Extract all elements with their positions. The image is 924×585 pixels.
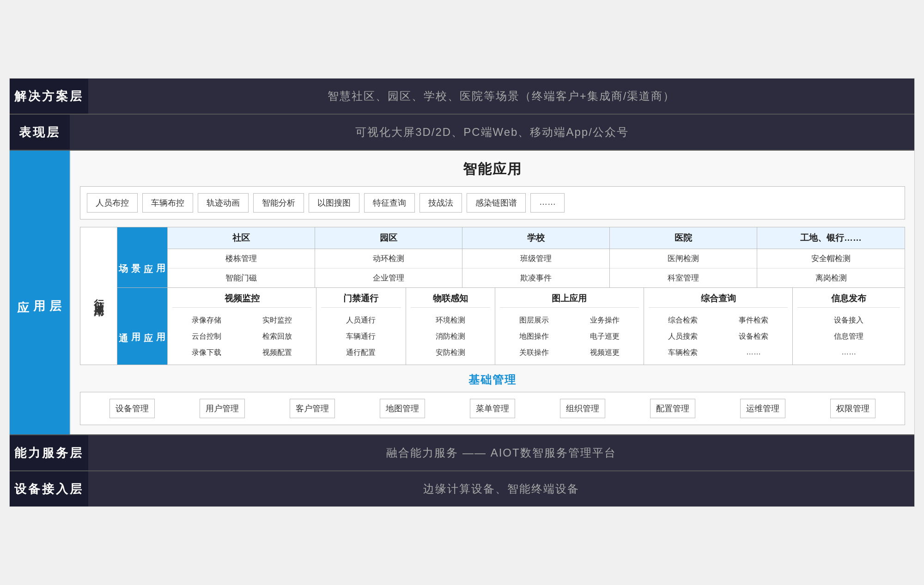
basic-mgmt-item: 客户管理 bbox=[290, 399, 335, 418]
general-item: 车辆检索 bbox=[649, 346, 717, 360]
scene-col-item: 欺凌事件 bbox=[462, 268, 609, 287]
general-col-body: 图层展示业务操作地图操作电子巡更关联操作视频巡更 bbox=[500, 313, 639, 360]
solution-label: 解决方案层 bbox=[10, 79, 88, 114]
general-item: 图层展示 bbox=[500, 313, 569, 328]
device-layer: 设备接入层 边缘计算设备、智能终端设备 bbox=[10, 471, 914, 506]
capability-layer: 能力服务层 融合能力服务 —— AIOT数智服务管理平台 bbox=[10, 435, 914, 471]
general-item: 通行配置 bbox=[321, 346, 401, 360]
basic-mgmt-item: 配置管理 bbox=[650, 399, 695, 418]
app-layer: 应用层 智能应用 人员布控车辆布控轨迹动画智能分析以图搜图特征查询技战法感染链图… bbox=[10, 151, 914, 435]
general-item: 信息管理 bbox=[797, 329, 900, 344]
industry-right: 场景应用 社区楼栋管理智能门磁园区动环检测企业管理学校班级管理欺凌事件医院医闸检… bbox=[117, 227, 905, 365]
scene-col-item: 安全帽检测 bbox=[757, 249, 905, 268]
basic-mgmt-item: 组织管理 bbox=[560, 399, 605, 418]
diagram-wrapper: 解决方案层 智慧社区、园区、学校、医院等场景（终端客户+集成商/渠道商） 表现层… bbox=[9, 78, 915, 507]
general-item: 云台控制 bbox=[172, 329, 241, 344]
scene-col-item: 科室管理 bbox=[610, 268, 757, 287]
general-item: 综合检索 bbox=[649, 313, 717, 328]
general-item: 检索回放 bbox=[243, 329, 312, 344]
general-item: 人员搜索 bbox=[649, 329, 717, 344]
general-item: 安防检测 bbox=[411, 346, 490, 360]
scene-col-item: 离岗检测 bbox=[757, 268, 905, 287]
scene-label-text: 场景应用 bbox=[117, 256, 167, 258]
presentation-layer: 表现层 可视化大屏3D/2D、PC端Web、移动端App/公众号 bbox=[10, 115, 914, 151]
device-label: 设备接入层 bbox=[10, 471, 88, 506]
smart-app-item: 感染链图谱 bbox=[467, 193, 526, 213]
capability-content: 融合能力服务 —— AIOT数智服务管理平台 bbox=[88, 435, 914, 470]
general-col-body: 人员通行车辆通行通行配置 bbox=[321, 313, 401, 360]
scene-col-item: 医闸检测 bbox=[610, 249, 757, 268]
scene-col: 医院医闸检测科室管理 bbox=[610, 227, 757, 287]
general-section: 通用应用 视频监控录像存储实时监控云台控制检索回放录像下载视频配置门禁通行人员通… bbox=[117, 288, 905, 365]
presentation-label: 表现层 bbox=[10, 115, 70, 150]
smart-apps-title: 智能应用 bbox=[80, 160, 905, 179]
scene-col: 学校班级管理欺凌事件 bbox=[462, 227, 610, 287]
capability-label: 能力服务层 bbox=[10, 435, 88, 470]
basic-mgmt-item: 权限管理 bbox=[830, 399, 875, 418]
basic-mgmt-item: 地图管理 bbox=[380, 399, 425, 418]
general-col-body: 录像存储实时监控云台控制检索回放录像下载视频配置 bbox=[172, 313, 311, 360]
scene-col-item: 楼栋管理 bbox=[168, 249, 315, 268]
scene-col: 园区动环检测企业管理 bbox=[315, 227, 462, 287]
device-content: 边缘计算设备、智能终端设备 bbox=[88, 471, 914, 506]
general-item: 地图操作 bbox=[500, 329, 569, 344]
scene-col-item: 智能门磁 bbox=[168, 268, 315, 287]
general-col: 信息发布设备接入信息管理…… bbox=[793, 288, 905, 365]
general-col: 物联感知环境检测消防检测安防检测 bbox=[406, 288, 495, 365]
scene-col: 工地、银行……安全帽检测离岗检测 bbox=[757, 227, 905, 287]
scene-col-item: 企业管理 bbox=[315, 268, 462, 287]
smart-app-item: 特征查询 bbox=[364, 193, 415, 213]
general-item: …… bbox=[719, 346, 788, 360]
industry-label: 行业应用 bbox=[80, 227, 117, 365]
basic-mgmt-item: 设备管理 bbox=[109, 399, 155, 418]
general-item: 实时监控 bbox=[243, 313, 312, 328]
industry-apps-section: 行业应用 场景应用 社区楼栋管理智能门磁园区动环检测企业管理学校班级管理欺凌事件… bbox=[80, 227, 905, 365]
app-content: 智能应用 人员布控车辆布控轨迹动画智能分析以图搜图特征查询技战法感染链图谱…… … bbox=[70, 151, 914, 434]
general-item: 录像下载 bbox=[172, 346, 241, 360]
general-item: 人员通行 bbox=[321, 313, 401, 328]
solution-content: 智慧社区、园区、学校、医院等场景（终端客户+集成商/渠道商） bbox=[88, 79, 914, 114]
app-layer-label: 应用层 bbox=[10, 151, 70, 434]
general-col-body: 设备接入信息管理…… bbox=[797, 313, 900, 359]
industry-label-text: 行业应用 bbox=[92, 291, 106, 302]
scene-section: 场景应用 社区楼栋管理智能门磁园区动环检测企业管理学校班级管理欺凌事件医院医闸检… bbox=[117, 227, 905, 288]
general-item: 电子巡更 bbox=[570, 329, 639, 344]
scene-col: 社区楼栋管理智能门磁 bbox=[168, 227, 315, 287]
general-col-body: 综合检索事件检索人员搜索设备检索车辆检索…… bbox=[649, 313, 788, 360]
general-item: 环境检测 bbox=[411, 313, 490, 328]
scene-col-header: 社区 bbox=[168, 227, 315, 249]
scene-col-header: 园区 bbox=[315, 227, 462, 249]
scene-grid: 社区楼栋管理智能门磁园区动环检测企业管理学校班级管理欺凌事件医院医闸检测科室管理… bbox=[167, 227, 905, 287]
general-label-text: 通用应用 bbox=[117, 325, 167, 327]
smart-app-item: 技战法 bbox=[419, 193, 462, 213]
basic-mgmt-list: 设备管理用户管理客户管理地图管理菜单管理组织管理配置管理运维管理权限管理 bbox=[80, 392, 905, 425]
general-col-body: 环境检测消防检测安防检测 bbox=[411, 313, 490, 360]
smart-app-item: 人员布控 bbox=[87, 193, 138, 213]
general-grid: 视频监控录像存储实时监控云台控制检索回放录像下载视频配置门禁通行人员通行车辆通行… bbox=[167, 288, 905, 365]
general-col-title: 物联感知 bbox=[411, 292, 490, 308]
scene-col-item: 班级管理 bbox=[462, 249, 609, 268]
general-item: 车辆通行 bbox=[321, 329, 401, 344]
smart-app-item: 轨迹动画 bbox=[198, 193, 249, 213]
smart-app-item: 车辆布控 bbox=[142, 193, 193, 213]
general-col-title: 门禁通行 bbox=[321, 292, 401, 308]
general-item: …… bbox=[797, 346, 900, 359]
app-layer-label-text: 应用层 bbox=[16, 291, 64, 294]
general-item: 事件检索 bbox=[719, 313, 788, 328]
presentation-content: 可视化大屏3D/2D、PC端Web、移动端App/公众号 bbox=[70, 115, 914, 150]
general-col: 图上应用图层展示业务操作地图操作电子巡更关联操作视频巡更 bbox=[495, 288, 644, 365]
general-col-title: 图上应用 bbox=[500, 292, 639, 308]
scene-col-header: 学校 bbox=[462, 227, 609, 249]
general-col: 视频监控录像存储实时监控云台控制检索回放录像下载视频配置 bbox=[168, 288, 316, 365]
general-item: 录像存储 bbox=[172, 313, 241, 328]
general-item: 视频配置 bbox=[243, 346, 312, 360]
general-item: 关联操作 bbox=[500, 346, 569, 360]
general-label: 通用应用 bbox=[117, 288, 167, 365]
smart-apps-list: 人员布控车辆布控轨迹动画智能分析以图搜图特征查询技战法感染链图谱…… bbox=[80, 186, 905, 219]
solution-layer: 解决方案层 智慧社区、园区、学校、医院等场景（终端客户+集成商/渠道商） bbox=[10, 79, 914, 115]
basic-mgmt-item: 用户管理 bbox=[200, 399, 245, 418]
scene-label: 场景应用 bbox=[117, 227, 167, 287]
scene-col-item: 动环检测 bbox=[315, 249, 462, 268]
general-col: 综合查询综合检索事件检索人员搜索设备检索车辆检索…… bbox=[644, 288, 793, 365]
scene-col-header: 工地、银行…… bbox=[757, 227, 905, 249]
